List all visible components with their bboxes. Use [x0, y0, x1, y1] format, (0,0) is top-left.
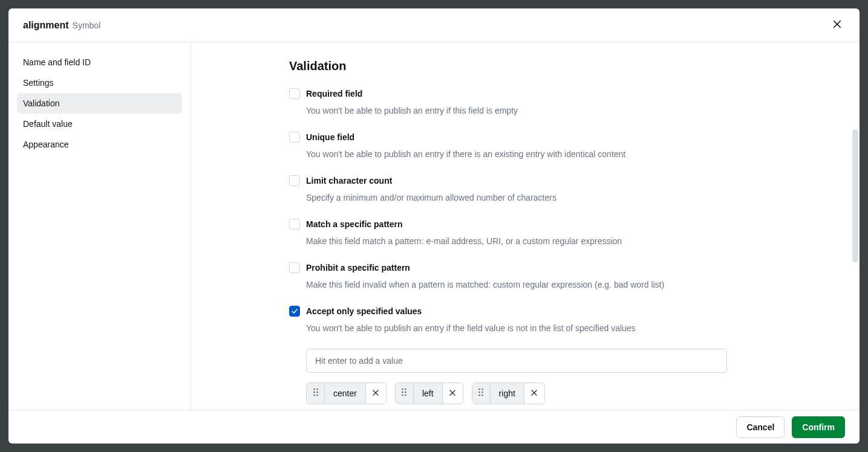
sidebar-item-validation[interactable]: Validation — [17, 93, 182, 114]
sidebar-item-name-id[interactable]: Name and field ID — [17, 52, 182, 73]
drag-icon — [401, 388, 407, 399]
modal-header: alignment Symbol — [8, 8, 860, 42]
checkbox-match-pattern[interactable] — [289, 219, 300, 230]
option-desc: Make this field match a pattern: e-mail … — [306, 235, 749, 247]
option-label: Prohibit a specific pattern — [306, 262, 749, 274]
cancel-button[interactable]: Cancel — [736, 416, 785, 438]
option-desc: You won't be able to publish an entry if… — [306, 148, 749, 160]
svg-point-15 — [405, 395, 407, 396]
value-chip: center — [306, 383, 387, 404]
option-desc: You won't be able to publish an entry if… — [306, 322, 749, 334]
main-panel: Validation Required field You won't be a… — [191, 42, 860, 410]
drag-handle[interactable] — [396, 383, 414, 404]
svg-point-6 — [313, 395, 315, 396]
svg-point-14 — [402, 395, 404, 396]
option-label: Required field — [306, 88, 749, 100]
svg-point-5 — [316, 392, 318, 393]
chip-remove-button[interactable] — [365, 383, 386, 404]
svg-point-4 — [313, 392, 315, 393]
svg-point-10 — [402, 389, 404, 390]
scrollbar-thumb[interactable] — [852, 129, 858, 262]
close-icon — [832, 19, 843, 31]
sidebar-item-label: Validation — [23, 98, 59, 108]
sidebar-item-label: Settings — [23, 78, 54, 88]
option-prohibit-pattern: Prohibit a specific pattern Make this fi… — [289, 262, 749, 291]
option-label: Unique field — [306, 131, 749, 143]
confirm-button[interactable]: Confirm — [792, 416, 845, 438]
option-label: Limit character count — [306, 175, 749, 187]
option-desc: You won't be able to publish an entry if… — [306, 105, 749, 117]
svg-point-18 — [478, 389, 480, 390]
svg-point-11 — [405, 389, 407, 390]
svg-point-12 — [402, 392, 404, 393]
value-chip: left — [395, 383, 463, 404]
sidebar-item-label: Name and field ID — [23, 57, 91, 67]
svg-point-19 — [481, 389, 483, 390]
chip-label: left — [414, 383, 442, 404]
modal-footer: Cancel Confirm — [8, 410, 860, 444]
option-accept-values: Accept only specified values You won't b… — [289, 305, 749, 334]
option-desc: Make this field invalid when a pattern i… — [306, 279, 749, 291]
value-chips: center left — [306, 383, 749, 404]
checkbox-required[interactable] — [289, 88, 300, 99]
chip-remove-button[interactable] — [524, 383, 544, 404]
sidebar-item-default-value[interactable]: Default value — [17, 114, 182, 134]
sidebar-item-label: Default value — [23, 119, 73, 129]
checkbox-accept-values[interactable] — [289, 306, 300, 317]
option-required: Required field You won't be able to publ… — [289, 88, 749, 117]
value-chip: right — [472, 383, 545, 404]
drag-icon — [478, 388, 484, 399]
sidebar-item-appearance[interactable]: Appearance — [17, 134, 182, 155]
drag-handle[interactable] — [472, 383, 491, 404]
checkbox-prohibit-pattern[interactable] — [289, 262, 300, 273]
svg-point-21 — [481, 392, 483, 393]
chip-label: right — [491, 383, 524, 404]
add-value-input[interactable] — [306, 349, 727, 373]
section-heading: Validation — [289, 59, 749, 73]
option-label: Accept only specified values — [306, 305, 749, 317]
field-settings-modal: alignment Symbol Name and field ID Setti… — [8, 8, 860, 444]
sidebar-item-settings[interactable]: Settings — [17, 73, 182, 93]
chip-label: center — [325, 383, 365, 404]
option-match-pattern: Match a specific pattern Make this field… — [289, 218, 749, 247]
modal-subtitle: Symbol — [73, 21, 101, 30]
svg-point-7 — [316, 395, 318, 396]
drag-icon — [313, 388, 319, 399]
checkbox-unique[interactable] — [289, 132, 300, 143]
close-button[interactable] — [829, 16, 845, 34]
checkbox-charcount[interactable] — [289, 175, 300, 186]
option-desc: Specify a minimum and/or maximum allowed… — [306, 192, 749, 204]
close-icon — [530, 389, 538, 399]
svg-point-3 — [316, 389, 318, 390]
sidebar: Name and field ID Settings Validation De… — [8, 42, 191, 410]
svg-point-13 — [405, 392, 407, 393]
accepted-values-editor: center left — [306, 349, 749, 404]
svg-point-2 — [313, 389, 315, 390]
close-icon — [448, 389, 457, 399]
drag-handle[interactable] — [307, 383, 325, 404]
option-label: Match a specific pattern — [306, 218, 749, 230]
chip-remove-button[interactable] — [442, 383, 463, 404]
close-icon — [371, 389, 380, 399]
option-charcount: Limit character count Specify a minimum … — [289, 175, 749, 204]
option-unique: Unique field You won't be able to publis… — [289, 131, 749, 160]
modal-body: Name and field ID Settings Validation De… — [8, 42, 860, 410]
svg-point-22 — [478, 395, 480, 396]
svg-point-23 — [481, 395, 483, 396]
modal-title: alignment — [23, 20, 69, 31]
sidebar-item-label: Appearance — [23, 140, 69, 149]
svg-point-20 — [478, 392, 480, 393]
